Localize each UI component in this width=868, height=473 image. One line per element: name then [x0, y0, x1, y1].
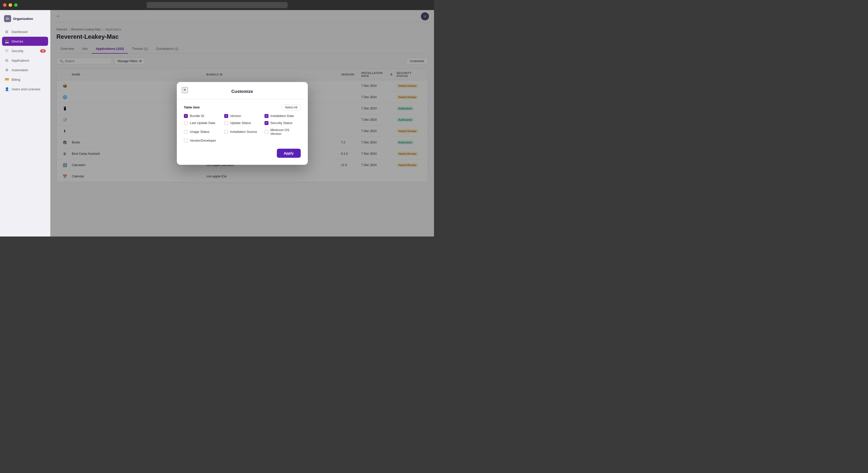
checkbox-installation-source[interactable]: [224, 130, 228, 134]
checkbox-installation-date[interactable]: [265, 114, 269, 118]
checkbox-label-vendor-developer: Vendor/Developer: [190, 139, 216, 142]
checkbox-label-version: Version: [230, 114, 241, 118]
nav-icon-automation: ⚙: [4, 68, 9, 72]
sidebar-item-dashboard[interactable]: ⊞ Dashboard: [2, 27, 48, 36]
close-button[interactable]: [3, 3, 6, 7]
title-bar: [0, 0, 434, 10]
checkbox-bundle-id[interactable]: [184, 114, 188, 118]
maximize-button[interactable]: [14, 3, 18, 7]
modal-table-header: Table item Select All: [184, 104, 301, 110]
checkbox-item-update-status[interactable]: Update Status: [224, 121, 260, 125]
nav-label-dashboard: Dashboard: [11, 30, 28, 34]
org-header: Or Organization: [0, 12, 50, 25]
nav-icon-devices: 💻: [4, 39, 9, 43]
checkbox-item-last-update-date[interactable]: Last Update Date: [184, 121, 220, 125]
checkbox-grid: Bundle ID Version Installation Date Last…: [184, 114, 301, 143]
badge-security: 38: [40, 49, 45, 53]
checkbox-item-bundle-id[interactable]: Bundle ID: [184, 114, 220, 118]
modal-divider: [177, 99, 308, 99]
nav-label-devices: Devices: [11, 39, 23, 43]
checkbox-item-usage-status[interactable]: Usage Status: [184, 128, 220, 136]
modal-overlay[interactable]: × Customize Table item Select All Bundle…: [51, 10, 434, 236]
sidebar-nav: ⊞ Dashboard 💻 Devices 🛡 Security 38 ⊟ Ap…: [0, 27, 50, 94]
customize-modal: × Customize Table item Select All Bundle…: [177, 82, 308, 165]
select-all-button[interactable]: Select All: [282, 104, 301, 110]
nav-icon-security: 🛡: [4, 48, 9, 53]
checkbox-label-minimum-os-version: Minimum OS Version: [271, 128, 301, 136]
checkbox-last-update-date[interactable]: [184, 121, 188, 125]
nav-label-applications: Applications: [11, 59, 29, 62]
checkbox-security-status[interactable]: [265, 121, 269, 125]
sidebar-item-billing[interactable]: 💳 Billing: [2, 75, 48, 84]
modal-footer: Apply: [184, 149, 301, 158]
modal-title: Customize: [184, 89, 301, 94]
checkbox-version[interactable]: [224, 114, 228, 118]
sidebar-item-devices[interactable]: 💻 Devices: [2, 37, 48, 46]
sidebar: Or Organization ⊞ Dashboard 💻 Devices 🛡 …: [0, 10, 51, 236]
checkbox-item-version[interactable]: Version: [224, 114, 260, 118]
checkbox-label-installation-source: Installation Source: [230, 130, 257, 134]
nav-icon-users: 👤: [4, 87, 9, 91]
checkbox-minimum-os-version[interactable]: [265, 130, 269, 134]
app-container: Or Organization ⊞ Dashboard 💻 Devices 🛡 …: [0, 10, 434, 236]
sidebar-item-security[interactable]: 🛡 Security 38: [2, 46, 48, 55]
checkbox-label-last-update-date: Last Update Date: [190, 121, 215, 125]
nav-icon-applications: ⊟: [4, 58, 9, 63]
url-bar[interactable]: [147, 2, 288, 8]
checkbox-item-installation-date[interactable]: Installation Date: [265, 114, 301, 118]
checkbox-item-installation-source[interactable]: Installation Source: [224, 128, 260, 136]
checkbox-label-usage-status: Usage Status: [190, 130, 210, 134]
checkbox-label-bundle-id: Bundle ID: [190, 114, 204, 118]
checkbox-update-status[interactable]: [224, 121, 228, 125]
nav-icon-billing: 💳: [4, 77, 9, 82]
checkbox-item-minimum-os-version[interactable]: Minimum OS Version: [265, 128, 301, 136]
main-content: ⊣ U Devices › Reverent-Leakey-Mac › Appl…: [51, 10, 434, 236]
sidebar-item-applications[interactable]: ⊟ Applications: [2, 56, 48, 65]
nav-label-security: Security: [11, 49, 24, 53]
nav-label-billing: Billing: [11, 78, 21, 81]
sidebar-item-users[interactable]: 👤 Users and Licenses: [2, 85, 48, 94]
checkbox-usage-status[interactable]: [184, 130, 188, 134]
checkbox-label-update-status: Update Status: [230, 121, 251, 125]
apply-button[interactable]: Apply: [277, 149, 301, 158]
nav-icon-dashboard: ⊞: [4, 29, 9, 34]
nav-label-users: Users and Licenses: [11, 87, 40, 91]
checkbox-label-security-status: Security Status: [271, 121, 292, 125]
checkbox-label-installation-date: Installation Date: [271, 114, 294, 118]
nav-label-automation: Automation: [11, 68, 28, 72]
table-item-label: Table item: [184, 105, 200, 109]
checkbox-vendor-developer[interactable]: [184, 139, 188, 143]
checkbox-item-vendor-developer[interactable]: Vendor/Developer: [184, 139, 220, 143]
org-name: Organization: [13, 17, 33, 21]
checkbox-item-security-status[interactable]: Security Status: [265, 121, 301, 125]
sidebar-item-automation[interactable]: ⚙ Automation: [2, 65, 48, 74]
minimize-button[interactable]: [8, 3, 12, 7]
modal-close-button[interactable]: ×: [182, 87, 188, 93]
org-avatar: Or: [4, 15, 11, 22]
